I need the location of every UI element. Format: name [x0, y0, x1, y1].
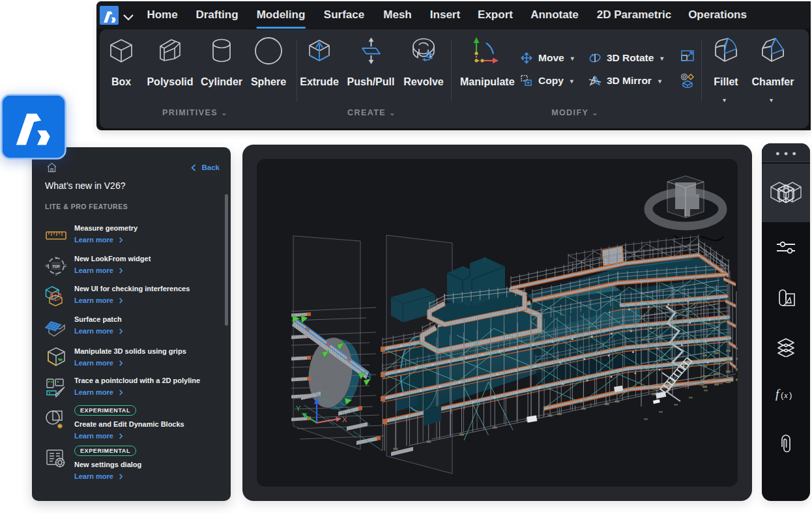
- svg-text:x: x: [783, 390, 788, 400]
- svg-text:N: N: [55, 257, 57, 260]
- svg-text:TOP: TOP: [52, 264, 60, 268]
- svg-text:E: E: [65, 264, 66, 268]
- svg-text:): ): [789, 390, 792, 400]
- svg-text:S: S: [55, 273, 57, 276]
- svg-text:f: f: [776, 387, 781, 401]
- svg-text:Y: Y: [296, 405, 301, 412]
- svg-text:X: X: [342, 416, 347, 423]
